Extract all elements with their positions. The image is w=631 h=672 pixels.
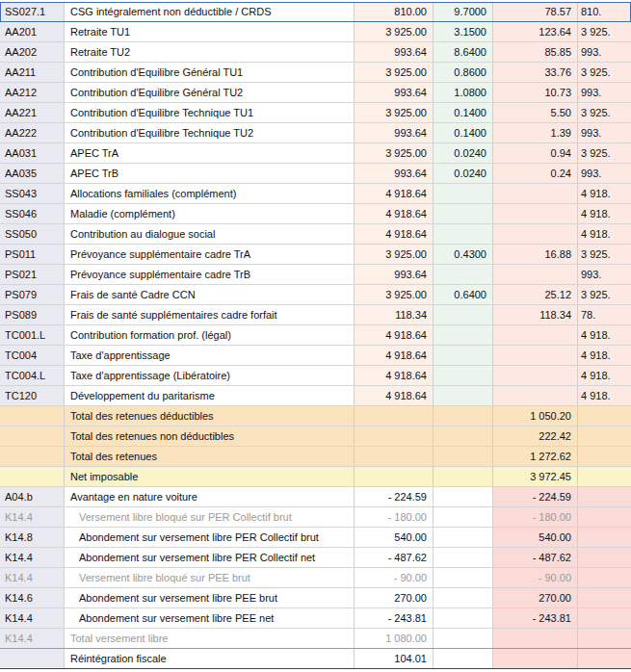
row-rate-cell <box>434 184 493 203</box>
table-row[interactable]: SS043 Allocations familiales (complément… <box>0 184 631 204</box>
row-amount-cell: 222.42 <box>493 426 578 446</box>
row-base2-cell: 3 925. <box>578 63 631 82</box>
table-row[interactable]: AA031 APEC TrA 3 925.00 0.0240 0.94 3 92… <box>0 143 631 164</box>
table-row[interactable]: AA211 Contribution d'Equilibre Général T… <box>0 63 631 83</box>
row-code-cell: AA202 <box>0 42 65 62</box>
table-row[interactable]: K14.4 Total versement libre 1 080.00 <box>0 629 631 649</box>
table-row[interactable]: TC001.L Contribution formation prof. (lé… <box>0 325 631 346</box>
table-row[interactable]: Réintégration fiscale 104.01 <box>0 649 631 669</box>
table-row[interactable]: Total des retenues non déductibles 222.4… <box>0 426 631 447</box>
row-base-cell <box>355 426 434 446</box>
row-label-cell: Abondement sur versement libre PER Colle… <box>65 548 355 567</box>
row-amount-cell <box>493 649 578 668</box>
row-label-cell: Avantage en nature voiture <box>65 487 355 506</box>
table-row[interactable]: AA201 Retraite TU1 3 925.00 3.1500 123.6… <box>0 22 631 42</box>
row-base-cell: 118.34 <box>355 305 434 324</box>
row-base2-cell: 3 925. <box>578 285 631 304</box>
table-row[interactable]: TC004 Taxe d'apprentissage 4 918.64 4 91… <box>0 346 631 366</box>
table-row[interactable]: AA035 APEC TrB 993.64 0.0240 0.24 993. <box>0 164 631 184</box>
row-amount-cell: 540.00 <box>493 528 578 547</box>
row-base2-cell: 993. <box>578 83 631 102</box>
row-base-cell: 993.64 <box>355 164 434 183</box>
row-label-cell: Versement libre bloqué sur PER Collectif… <box>65 507 355 527</box>
row-rate-cell <box>434 608 493 628</box>
table-row[interactable]: Total des retenues déductibles 1 050.20 <box>0 406 631 426</box>
row-base2-cell <box>578 406 631 426</box>
row-amount-cell: 85.85 <box>493 42 578 62</box>
row-base-cell <box>355 467 434 486</box>
table-row[interactable]: AA202 Retraite TU2 993.64 8.6400 85.85 9… <box>0 42 631 63</box>
table-row[interactable]: K14.4 Versement libre bloqué sur PER Col… <box>0 507 631 528</box>
row-amount-cell: 1.39 <box>493 123 578 142</box>
row-base2-cell <box>578 608 631 628</box>
row-rate-cell <box>434 588 493 607</box>
row-amount-cell: 270.00 <box>493 588 578 607</box>
row-amount-cell: 0.24 <box>493 164 578 183</box>
row-code-cell <box>0 467 65 486</box>
row-rate-cell <box>434 346 493 365</box>
row-code-cell: K14.6 <box>0 588 65 607</box>
table-row[interactable]: Total des retenues 1 272.62 <box>0 447 631 467</box>
row-amount-cell: - 487.62 <box>493 548 578 567</box>
table-row[interactable]: K14.4 Abondement sur versement libre PEE… <box>0 608 631 629</box>
table-row[interactable]: SS027.1 CSG intégralement non déductible… <box>0 2 631 22</box>
row-amount-cell: 5.50 <box>493 103 578 122</box>
row-base-cell <box>355 447 434 466</box>
row-rate-cell: 8.6400 <box>434 42 493 62</box>
row-amount-cell <box>493 204 578 223</box>
row-label-cell: Contribution d'Equilibre Général TU2 <box>65 83 355 102</box>
row-rate-cell: 0.4300 <box>434 245 493 264</box>
row-rate-cell <box>434 224 493 244</box>
row-base2-cell: 4 918. <box>578 366 631 385</box>
row-label-cell: Taxe d'apprentissage (Libératoire) <box>65 366 355 385</box>
row-rate-cell <box>434 265 493 284</box>
row-amount-cell <box>493 346 578 365</box>
table-row[interactable]: K14.4 Abondement sur versement libre PER… <box>0 548 631 568</box>
row-code-cell: SS027.1 <box>0 2 65 21</box>
row-base-cell: - 90.00 <box>355 568 434 587</box>
table-row[interactable]: PS079 Frais de santé Cadre CCN 3 925.00 … <box>0 285 631 305</box>
row-code-cell: AA212 <box>0 83 65 102</box>
row-base2-cell <box>578 568 631 587</box>
row-base-cell <box>355 406 434 426</box>
row-rate-cell <box>434 548 493 567</box>
row-label-cell: Abondement sur versement libre PEE net <box>65 608 355 628</box>
table-row[interactable]: TC004.L Taxe d'apprentissage (Libératoir… <box>0 366 631 386</box>
table-row[interactable]: AA222 Contribution d'Equilibre Technique… <box>0 123 631 143</box>
row-base-cell: - 243.81 <box>355 608 434 628</box>
row-base-cell: 810.00 <box>355 2 434 21</box>
row-amount-cell: - 224.59 <box>493 487 578 506</box>
row-code-cell: K14.4 <box>0 568 65 587</box>
row-base2-cell: 993. <box>578 42 631 62</box>
table-row[interactable]: PS021 Prévoyance supplémentaire cadre Tr… <box>0 265 631 285</box>
row-base2-cell: 993. <box>578 164 631 183</box>
row-rate-cell <box>434 507 493 527</box>
table-row[interactable]: Net imposable 3 972.45 <box>0 467 631 487</box>
row-rate-cell <box>434 629 493 648</box>
table-row[interactable]: SS046 Maladie (complément) 4 918.64 4 91… <box>0 204 631 224</box>
table-row[interactable]: AA221 Contribution d'Equilibre Technique… <box>0 103 631 123</box>
row-base2-cell: 3 925. <box>578 103 631 122</box>
row-label-cell: Total des retenues non déductibles <box>65 426 355 446</box>
row-label-cell: Contribution d'Equilibre Général TU1 <box>65 63 355 82</box>
table-row[interactable]: PS089 Frais de santé supplémentaires cad… <box>0 305 631 325</box>
table-row[interactable]: PS011 Prévoyance supplémentaire cadre Tr… <box>0 245 631 265</box>
table-row[interactable]: AA212 Contribution d'Equilibre Général T… <box>0 83 631 103</box>
row-code-cell <box>0 447 65 466</box>
table-row[interactable]: SS050 Contribution au dialogue social 4 … <box>0 224 631 245</box>
table-row[interactable]: K14.6 Abondement sur versement libre PEE… <box>0 588 631 608</box>
row-base-cell: - 180.00 <box>355 507 434 527</box>
row-base2-cell <box>578 487 631 506</box>
row-code-cell: SS046 <box>0 204 65 223</box>
row-base-cell: 4 918.64 <box>355 224 434 244</box>
table-row[interactable]: K14.8 Abondement sur versement libre PER… <box>0 528 631 548</box>
table-row[interactable]: K14.4 Versement libre bloqué sur PEE bru… <box>0 568 631 588</box>
row-rate-cell: 0.1400 <box>434 103 493 122</box>
row-base2-cell: 4 918. <box>578 346 631 365</box>
row-base-cell: 3 925.00 <box>355 285 434 304</box>
row-rate-cell <box>434 568 493 587</box>
row-label-cell: APEC TrA <box>65 143 355 163</box>
table-row[interactable]: TC120 Développement du paritarisme 4 918… <box>0 386 631 406</box>
table-row[interactable]: A04.b Avantage en nature voiture - 224.5… <box>0 487 631 507</box>
row-base2-cell: 810. <box>578 2 631 21</box>
